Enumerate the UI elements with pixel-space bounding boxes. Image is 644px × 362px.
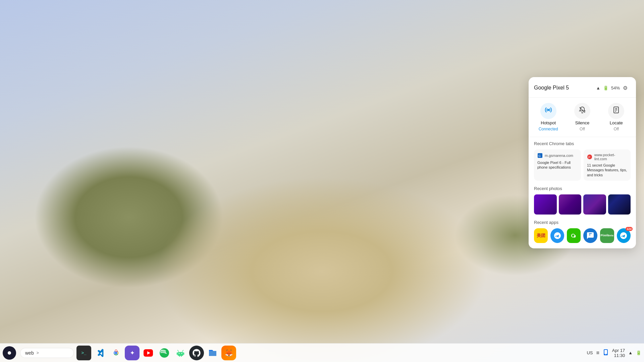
taskbar-right: US ≡ Apr 17 11:30 ▲ 🔋 (587, 348, 641, 358)
panel-settings-button[interactable]: ⚙ (620, 82, 631, 93)
recent-tabs-title: Recent Chrome tabs (534, 141, 631, 146)
tab-card-gsmarena[interactable]: G m.gsmarena.com Google Pixel 6 - Full p… (534, 149, 581, 181)
hotspot-toggle[interactable]: Hotspot Connected (535, 103, 562, 131)
svg-point-20 (181, 353, 182, 354)
search-text: web (25, 350, 34, 356)
taskbar: web > >_ (0, 343, 644, 362)
locate-status: Off (613, 127, 619, 131)
svg-text:P: P (588, 156, 590, 159)
search-bar[interactable]: web > (20, 348, 74, 358)
photo-3[interactable] (583, 194, 606, 215)
tab-card-header-2: P www.pocket-lint.com (587, 153, 627, 161)
battery-level: 🔋 (636, 350, 641, 355)
taskbar-app-github[interactable] (189, 346, 204, 360)
recent-apps-title: Recent apps (534, 220, 631, 225)
photos-grid (534, 194, 631, 215)
gear-icon: ⚙ (623, 85, 628, 91)
hotspot-icon-wrap (540, 103, 556, 119)
svg-point-12 (115, 352, 117, 354)
taskbar-app-vscode[interactable] (93, 346, 107, 360)
app-wechat[interactable] (567, 228, 581, 243)
silence-icon (578, 106, 586, 116)
taskbar-app-youtube[interactable] (141, 346, 156, 360)
panel-header: Google Pixel 5 ▲ 🔋 54% ⚙ (529, 77, 636, 98)
locate-label: Locate (610, 120, 623, 125)
launcher-dot (8, 351, 11, 355)
search-arrow: > (37, 351, 39, 355)
taskbar-app-chrome[interactable] (109, 346, 123, 360)
locate-icon-wrap (608, 103, 624, 119)
tabs-grid: G m.gsmarena.com Google Pixel 6 - Full p… (534, 149, 631, 181)
panel-status: ▲ 🔋 54% (596, 85, 620, 90)
taskbar-center: >_ ✦ (76, 346, 236, 360)
hotspot-status: Connected (539, 127, 558, 131)
photo-4[interactable] (608, 194, 631, 215)
phone-panel: Google Pixel 5 ▲ 🔋 54% ⚙ (529, 77, 636, 248)
app-telegram[interactable] (550, 228, 564, 243)
svg-line-22 (182, 350, 183, 351)
silence-icon-wrap (574, 103, 590, 119)
svg-text:G: G (538, 154, 541, 158)
svg-rect-28 (604, 350, 607, 354)
svg-point-0 (547, 109, 549, 111)
taskbar-app-files[interactable] (205, 346, 220, 360)
signal-strength: ▲ (628, 350, 633, 355)
apps-grid: 美团 Pixel Beta (534, 228, 631, 243)
photo-1[interactable] (534, 194, 557, 215)
phone-icon[interactable] (603, 349, 609, 357)
taskbar-datetime[interactable]: Apr 17 11:30 (612, 348, 625, 358)
tab-card-pocketlint[interactable]: P www.pocket-lint.com 11 secret Google M… (584, 149, 631, 181)
launcher-button[interactable] (3, 346, 16, 360)
taskbar-app-terminal[interactable]: >_ (76, 346, 91, 360)
svg-rect-18 (178, 352, 183, 356)
app-telegram-badge[interactable]: 124 (617, 228, 631, 243)
battery-icon: 🔋 (603, 85, 608, 90)
tab-card-header: G m.gsmarena.com (537, 153, 578, 158)
app-messages[interactable] (583, 228, 597, 243)
pocketlint-domain: www.pocket-lint.com (594, 153, 627, 161)
hotspot-label: Hotspot (541, 120, 556, 125)
recent-apps-section: Recent apps 美团 Pixel (529, 217, 636, 248)
svg-point-19 (179, 353, 180, 354)
app-pixel-beta[interactable]: Pixel Beta (600, 228, 614, 243)
panel-title: Google Pixel 5 (534, 85, 596, 91)
telegram-badge: 124 (626, 227, 633, 231)
locate-toggle[interactable]: Locate Off (603, 103, 630, 131)
svg-point-29 (605, 354, 606, 355)
svg-point-14 (115, 350, 117, 351)
hotspot-icon (544, 106, 552, 116)
svg-rect-26 (181, 355, 182, 357)
svg-rect-25 (179, 355, 180, 357)
app-meituan[interactable]: 美团 (534, 228, 548, 243)
taskbar-app-android[interactable] (173, 346, 188, 360)
gsmarena-favicon: G (537, 153, 543, 158)
taskbar-app-coin[interactable]: 🦊 (221, 346, 236, 360)
locate-icon (612, 106, 620, 116)
pocketlint-title: 11 secret Google Messages features, tips… (587, 163, 627, 177)
silence-status: Off (580, 127, 585, 131)
quick-toggles: Hotspot Connected Silence Off (529, 98, 636, 137)
recent-tabs-section: Recent Chrome tabs G m.gsmarena.com Goog… (529, 137, 636, 183)
gsmarena-title: Google Pixel 6 - Full phone specificatio… (537, 160, 578, 170)
svg-line-21 (178, 350, 179, 351)
taskbar-app-spotify[interactable] (157, 346, 172, 360)
silence-toggle[interactable]: Silence Off (569, 103, 596, 131)
music-icon[interactable]: ≡ (596, 350, 599, 356)
svg-rect-24 (183, 352, 184, 355)
locale-indicator: US (587, 350, 593, 355)
recent-photos-title: Recent photos (534, 186, 631, 191)
pocketlint-favicon: P (587, 154, 592, 160)
taskbar-app-star[interactable]: ✦ (125, 346, 140, 360)
silence-label: Silence (575, 120, 590, 125)
taskbar-date: Apr 17 (612, 348, 625, 353)
taskbar-time: 11:30 (614, 353, 625, 358)
taskbar-left: web > (3, 346, 74, 360)
photo-2[interactable] (559, 194, 582, 215)
recent-photos-section: Recent photos (529, 183, 636, 217)
gsmarena-domain: m.gsmarena.com (545, 154, 573, 158)
battery-percent: 54% (611, 85, 620, 90)
svg-rect-23 (177, 352, 178, 355)
signal-icon: ▲ (596, 85, 600, 90)
